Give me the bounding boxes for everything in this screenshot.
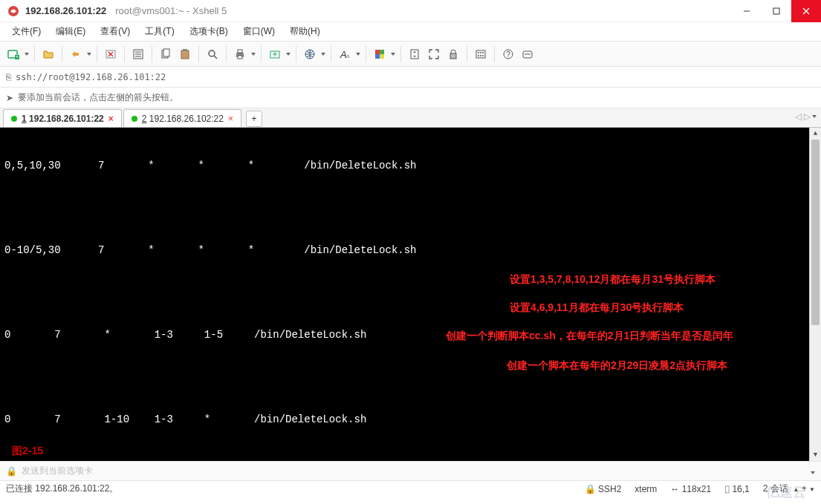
svg-rect-18 bbox=[183, 49, 187, 51]
svg-line-20 bbox=[214, 56, 217, 59]
lock-icon[interactable] bbox=[444, 45, 462, 63]
svg-rect-28 bbox=[375, 50, 380, 54]
title-address: 192.168.26.101:22 bbox=[25, 5, 106, 16]
scroll-track[interactable] bbox=[810, 140, 821, 449]
annotation-4: 创建一个脚本在每年的2月29日凌晨2点执行脚本 bbox=[507, 359, 727, 373]
reconnect-dropdown[interactable] bbox=[86, 53, 92, 56]
hint-add-icon[interactable]: ➤ bbox=[6, 93, 13, 103]
session-tab-2[interactable]: 2 192.168.26.102:22 × bbox=[123, 109, 241, 127]
cron-line: 0,5,10,30 7 * * * /bin/DeleteLock.sh bbox=[4, 159, 821, 173]
svg-point-35 bbox=[478, 52, 479, 53]
new-session-dropdown[interactable] bbox=[24, 53, 30, 56]
svg-point-37 bbox=[482, 52, 484, 53]
svg-rect-34 bbox=[476, 50, 485, 58]
menu-window[interactable]: 窗口(W) bbox=[237, 24, 281, 39]
svg-point-38 bbox=[478, 55, 479, 56]
compose-icon[interactable] bbox=[519, 45, 536, 63]
svg-rect-16 bbox=[163, 49, 169, 56]
compose-dropdown-icon[interactable] bbox=[811, 466, 815, 477]
status-proto: 🔒 SSH2 bbox=[585, 484, 622, 494]
tab-close-icon[interactable]: × bbox=[228, 114, 233, 124]
ruler-icon: ⌷ bbox=[724, 484, 730, 494]
status-dot-icon bbox=[11, 116, 17, 122]
hint-text: 要添加当前会话，点击左侧的箭头按钮。 bbox=[18, 91, 178, 104]
menu-tab[interactable]: 选项卡(B) bbox=[184, 24, 234, 39]
xftp-dropdown[interactable] bbox=[285, 53, 291, 56]
menu-tools[interactable]: 工具(T) bbox=[139, 24, 180, 39]
close-button[interactable] bbox=[791, 0, 821, 22]
svg-point-39 bbox=[480, 55, 481, 56]
copy-icon[interactable] bbox=[157, 45, 175, 63]
blank bbox=[4, 455, 821, 461]
svg-rect-2 bbox=[773, 8, 779, 14]
status-pos: ⌷ 16,1 bbox=[724, 484, 750, 494]
status-connection: 已连接 192.168.26.101:22。 bbox=[6, 482, 118, 495]
session-tabs: 1 192.168.26.101:22 × 2 192.168.26.102:2… bbox=[0, 108, 821, 128]
session-tab-1[interactable]: 1 192.168.26.101:22 × bbox=[3, 109, 122, 127]
add-tab-button[interactable]: + bbox=[246, 111, 262, 127]
paste-icon[interactable] bbox=[176, 45, 194, 63]
help-icon[interactable]: ? bbox=[499, 45, 517, 63]
separator bbox=[62, 46, 62, 62]
separator bbox=[34, 46, 35, 62]
tab-nav-arrows[interactable]: ◁ ▷ bbox=[795, 111, 817, 122]
svg-rect-22 bbox=[238, 50, 242, 53]
terminal-scrollbar[interactable]: ▲ ▼ bbox=[809, 128, 821, 461]
globe-dropdown[interactable] bbox=[320, 53, 326, 56]
compose-lock-icon[interactable]: 🔒 bbox=[6, 466, 17, 477]
svg-point-36 bbox=[480, 52, 481, 53]
keypad-icon[interactable] bbox=[472, 45, 490, 63]
open-session-icon[interactable] bbox=[39, 45, 57, 63]
menu-help[interactable]: 帮助(H) bbox=[284, 24, 326, 39]
compose-bar: 🔒 发送到当前选项卡 bbox=[0, 461, 821, 480]
xftp-icon[interactable] bbox=[266, 45, 284, 63]
menu-view[interactable]: 查看(V) bbox=[94, 24, 136, 39]
tab-label: 192.168.26.101:22 bbox=[29, 114, 104, 124]
size-icon: ↔ bbox=[670, 484, 679, 494]
svg-rect-17 bbox=[181, 50, 189, 59]
print-icon[interactable] bbox=[231, 45, 249, 63]
svg-point-40 bbox=[482, 55, 484, 56]
fullscreen-icon[interactable] bbox=[425, 45, 443, 63]
blank bbox=[4, 286, 821, 300]
chevron-down-icon[interactable]: ▼ bbox=[809, 486, 815, 493]
separator bbox=[97, 46, 97, 62]
svg-point-19 bbox=[209, 50, 215, 56]
print-dropdown[interactable] bbox=[250, 53, 256, 56]
svg-rect-32 bbox=[411, 50, 418, 59]
color-scheme-dropdown[interactable] bbox=[390, 53, 396, 56]
status-dot-icon bbox=[132, 116, 137, 122]
scroll-up-icon[interactable]: ▲ bbox=[810, 128, 821, 140]
annotation-1: 设置1,3,5,7,8,10,12月都在每月31号执行脚本 bbox=[510, 272, 715, 287]
font-dropdown[interactable] bbox=[355, 53, 361, 56]
statusbar: 已连接 192.168.26.101:22。 🔒 SSH2 xterm ↔ 11… bbox=[0, 480, 821, 497]
new-session-icon[interactable]: + bbox=[4, 45, 22, 63]
menu-file[interactable]: 文件(F) bbox=[6, 24, 47, 39]
watermark: 亿速云 bbox=[766, 483, 806, 501]
separator bbox=[366, 46, 366, 62]
scroll-down-icon[interactable]: ▼ bbox=[810, 449, 821, 461]
svg-rect-33 bbox=[450, 53, 456, 59]
properties-icon[interactable] bbox=[129, 45, 147, 63]
scroll-thumb[interactable] bbox=[811, 140, 820, 325]
minimize-button[interactable] bbox=[732, 0, 762, 22]
find-icon[interactable] bbox=[204, 45, 221, 63]
menu-edit[interactable]: 编辑(E) bbox=[50, 24, 91, 39]
tab-close-icon[interactable]: × bbox=[108, 114, 114, 124]
separator bbox=[296, 46, 296, 62]
globe-icon[interactable] bbox=[301, 45, 319, 63]
svg-rect-31 bbox=[380, 54, 384, 59]
font-icon[interactable]: Aa bbox=[336, 45, 354, 63]
figure-label: 图2-15 bbox=[12, 444, 43, 458]
color-scheme-icon[interactable] bbox=[371, 45, 389, 63]
reconnect-icon[interactable] bbox=[67, 45, 85, 63]
annotation-2: 设置4,6,9,11月都在每月30号执行脚本 bbox=[510, 301, 684, 315]
compose-input[interactable]: 发送到当前选项卡 bbox=[22, 465, 806, 477]
scroll-icon[interactable] bbox=[406, 45, 424, 63]
terminal[interactable]: 0,5,10,30 7 * * * /bin/DeleteLock.sh 0-1… bbox=[0, 128, 821, 461]
maximize-button[interactable] bbox=[762, 0, 791, 22]
address-url[interactable]: ssh://root@192.168.26.101:22 bbox=[16, 72, 166, 82]
app-logo-icon bbox=[7, 5, 19, 17]
disconnect-icon[interactable] bbox=[102, 45, 120, 63]
cron-line: 0 7 1-10 1-3 * /bin/DeleteLock.sh bbox=[4, 413, 821, 427]
